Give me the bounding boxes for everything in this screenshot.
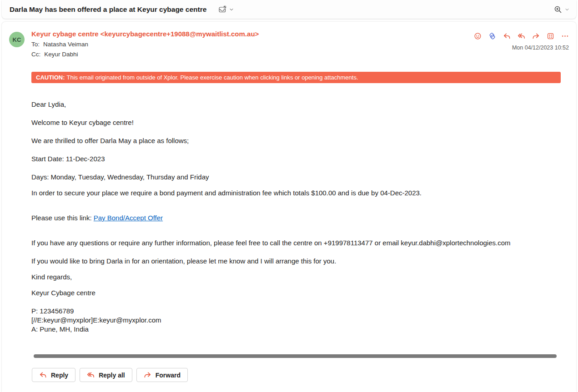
forward-icon [144,371,151,379]
zoom-control[interactable] [554,5,570,14]
chevron-down-icon [229,7,234,12]
signature-phone: P: 123456789 [31,307,561,316]
body-paragraph: Days: Monday, Tuesday, Wednesday, Thursd… [31,173,561,182]
reply-all-button[interactable]: Reply all [80,368,132,382]
pay-bond-accept-offer-link[interactable]: Pay Bond/Accept Offer [94,214,163,222]
reply-all-button-label: Reply all [99,372,125,379]
caution-banner: CAUTION:This email originated from outsi… [31,72,561,83]
caution-text: This email originated from outside of Xp… [67,74,358,81]
body-paragraph: We are thrilled to offer Darla May a pla… [31,136,561,145]
forward-button-label: Forward [156,372,181,379]
reply-button-label: Reply [51,372,68,379]
body-paragraph: Kind regards, [31,273,561,282]
reply-icon[interactable] [503,32,511,40]
email-subject: Darla May has been offered a place at Ke… [10,5,206,14]
signature-address: A: Pune, MH, India [31,325,561,334]
signature-email: [//E:keyur@myxplor]E:keyur@myxplor.com [31,316,561,325]
body-paragraph: Please use this link: Pay Bond/Accept Of… [31,213,561,223]
body-paragraph: Welcome to Keyur cybage centre! [31,118,561,127]
sender-block: Keyur cybage centre <keyurcybagecentre+1… [31,30,474,58]
apps-grid-icon[interactable] [547,32,554,40]
forward-icon[interactable] [532,32,540,40]
reply-icon [39,371,47,379]
loop-icon[interactable] [488,32,496,40]
to-recipient[interactable]: Natasha Veiman [43,41,88,48]
body-paragraph: Keyur Cybage centre [31,288,561,298]
body-paragraph: If you would like to bring Darla in for … [31,257,561,266]
response-buttons: Reply Reply all Forward [32,368,576,382]
message-status-dropdown[interactable] [218,5,234,14]
header-actions: Mon 04/12/2023 10:52 [474,30,569,58]
to-label: To: [31,41,40,48]
more-options-icon[interactable] [561,32,569,40]
emoji-reaction-icon[interactable] [474,32,482,40]
zoom-in-icon [554,5,562,14]
body-paragraph: In order to secure your place we require… [31,189,561,198]
to-row: To: Natasha Veiman [31,41,474,48]
body-paragraph: Start Date: 11-Dec-2023 [31,154,561,164]
caution-label: CAUTION: [36,74,65,81]
reply-button[interactable]: Reply [32,368,75,382]
forward-button[interactable]: Forward [136,368,188,382]
cc-label: Cc: [31,51,40,58]
link-prefix: Please use this link: [31,214,94,222]
horizontal-scrollbar-thumb[interactable] [34,354,557,358]
sender-address[interactable]: Keyur cybage centre <keyurcybagecentre+1… [31,30,474,38]
avatar[interactable]: KC [9,32,25,47]
message-header: KC Keyur cybage centre <keyurcybagecentr… [2,22,576,58]
message-date: Mon 04/12/2023 10:52 [474,45,569,51]
chevron-down-icon [564,7,570,12]
body-paragraph: If you have any questions or require any… [31,238,561,248]
cc-row: Cc: Keyur Dabhi [31,51,474,58]
mail-status-icon [218,5,227,14]
reply-all-icon [87,371,95,379]
signature-block: P: 123456789 [//E:keyur@myxplor]E:keyur@… [31,307,561,334]
body-paragraph: Dear Lydia, [31,100,561,109]
horizontal-scrollbar [34,354,553,358]
email-body: Dear Lydia, Welcome to Keyur cybage cent… [31,100,561,334]
cc-recipient[interactable]: Keyur Dabhi [44,51,78,58]
reply-all-icon[interactable] [518,32,525,40]
reading-pane: KC Keyur cybage centre <keyurcybagecentr… [2,22,576,392]
subject-bar: Darla May has been offered a place at Ke… [2,0,576,19]
